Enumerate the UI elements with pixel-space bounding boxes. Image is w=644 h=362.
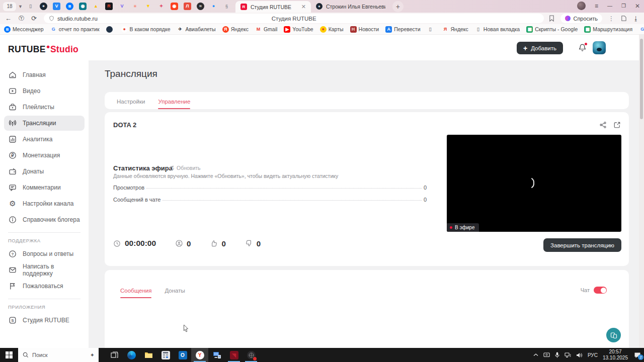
bookmark-item[interactable]: ▦ Скрипты - Google	[526, 26, 578, 33]
task-view-button[interactable]	[106, 348, 123, 362]
tab-manage[interactable]: Управление	[158, 99, 190, 109]
red-app-icon[interactable]: ◥	[225, 348, 243, 362]
file-explorer-icon[interactable]	[140, 348, 157, 362]
tab-close-icon[interactable]: ✕	[301, 4, 306, 10]
sidebar-item-video[interactable]: Видео	[4, 83, 85, 99]
chat-toggle[interactable]	[594, 287, 607, 294]
tab-background[interactable]: ● Строкин Илья Евгеньевич	[311, 1, 390, 12]
protect-icon[interactable]	[620, 15, 627, 22]
pinned-tab-icon[interactable]: ≈	[197, 3, 204, 10]
language-indicator[interactable]: РУС	[588, 352, 598, 358]
sidebar-item-studio-app[interactable]: S Студия RUTUBE	[4, 313, 85, 328]
bookmark-item[interactable]: ✈ Авиабилеты	[177, 26, 215, 33]
downloads-icon[interactable]: ⭳	[633, 15, 639, 22]
support-chat-fab[interactable]	[606, 328, 621, 342]
sidebar-item-streams[interactable]: Трансляции	[4, 116, 85, 131]
pinned-tab-icon[interactable]: R	[105, 3, 113, 10]
sidebar-item-faq[interactable]: ? Вопросы и ответы	[4, 246, 85, 261]
media-app-icon[interactable]	[243, 348, 260, 362]
pinned-tab-icon[interactable]: ≡	[131, 3, 139, 10]
new-tab-button[interactable]: +	[392, 1, 404, 12]
pinned-tab-icon[interactable]: §	[223, 3, 230, 10]
addressbar-menu-icon[interactable]: ⋮	[608, 15, 614, 22]
pinned-tab-icon[interactable]: V	[118, 3, 126, 10]
tab-settings[interactable]: Настройки	[117, 99, 145, 109]
scrollbar-thumb[interactable]	[640, 39, 643, 119]
sidebar-item-comments[interactable]: Комментарии	[4, 180, 85, 195]
sidebar-item-blogger-guide[interactable]: Справочник блогера	[4, 212, 85, 227]
pinned-tab-icon[interactable]: ◉	[171, 3, 178, 10]
ask-alice-button[interactable]: Спросить	[560, 14, 602, 23]
pinned-tab-icon[interactable]: ▼	[144, 3, 152, 10]
sidebar-item-analytics[interactable]: Аналитика	[4, 132, 85, 147]
bookmark-item[interactable]: G Картинки	[639, 26, 644, 33]
taskbar-clock[interactable]: 20:57 13.10.2025	[603, 349, 628, 361]
yandex-home-icon[interactable]: Ⓨ	[19, 15, 24, 22]
stream-player[interactable]: В эфире	[447, 135, 621, 232]
pinned-tab-icon[interactable]: ▯	[27, 3, 34, 10]
edge-app-icon[interactable]	[123, 348, 140, 362]
open-external-icon[interactable]	[613, 121, 621, 129]
window-restore-icon[interactable]: ❐	[621, 3, 626, 9]
bookmark-item[interactable]: ▯	[427, 26, 436, 33]
bookmark-item[interactable]: ▶ YouTube	[284, 26, 313, 33]
reload-icon[interactable]: ⟳	[31, 15, 37, 22]
window-close-icon[interactable]: ✕	[635, 3, 640, 10]
pinned-tab-icon[interactable]: ◉	[79, 3, 87, 10]
share-icon[interactable]	[599, 121, 607, 129]
bookmark-item[interactable]: в Мессенджер	[4, 26, 44, 33]
bookmark-item[interactable]: ▯ Новая вкладка	[475, 26, 520, 33]
browser-scrollbar[interactable]	[639, 35, 644, 348]
browser-menu-icon[interactable]: ≡	[595, 3, 598, 10]
chat-tab-donates[interactable]: Донаты	[165, 288, 185, 298]
outlook-app-icon[interactable]: O	[174, 348, 191, 362]
start-button[interactable]	[0, 348, 18, 362]
tray-network-icon[interactable]	[565, 352, 571, 358]
my-computer-icon[interactable]	[208, 348, 225, 362]
thumbs-up-icon[interactable]	[210, 239, 218, 247]
thumbs-down-icon[interactable]	[245, 239, 253, 247]
tray-expand-icon[interactable]	[533, 353, 538, 357]
tray-volume-icon[interactable]	[576, 352, 583, 358]
user-avatar[interactable]	[593, 41, 606, 54]
pinned-tab-icon[interactable]: в	[66, 3, 73, 10]
bookmark-item[interactable]: ▦ Маршрутизация	[584, 26, 632, 33]
tab-counter-chevron-icon[interactable]: ▼	[18, 4, 23, 9]
bookmark-flag-icon[interactable]	[549, 15, 554, 22]
bookmark-item[interactable]: Я Яндекс	[442, 26, 468, 33]
bookmark-item[interactable]: А Перевести	[385, 26, 420, 33]
bookmark-item[interactable]: Я Яндекс	[222, 26, 249, 33]
tab-counter[interactable]: 18	[3, 2, 16, 11]
refresh-button[interactable]: Обновить	[169, 165, 201, 171]
bookmark-item[interactable]: G отчет по практик	[50, 26, 100, 33]
bookmark-item[interactable]: M Gmail	[255, 26, 277, 33]
taskbar-search[interactable]: Поиск ✦	[18, 348, 99, 362]
pinned-tab-icon[interactable]: ●	[40, 3, 47, 10]
window-minimize-icon[interactable]: —	[607, 3, 612, 9]
sidebar-item-monetization[interactable]: ₽ Монетизация	[4, 148, 85, 163]
end-stream-button[interactable]: Завершить трансляцию	[543, 238, 621, 252]
back-icon[interactable]: ←	[5, 15, 12, 22]
sidebar-item-channel-settings[interactable]: ⚙ Настройки канала	[4, 196, 85, 211]
bookmark-item[interactable]: Н Новости	[350, 26, 379, 33]
sidebar-item-report[interactable]: Пожаловаться	[4, 279, 85, 294]
chat-tab-messages[interactable]: Сообщения	[120, 288, 151, 298]
url-field[interactable]: studio.rutube.ru Студия RUTUBE	[44, 14, 544, 23]
notifications-bell-icon[interactable]	[578, 43, 587, 52]
pinned-tab-icon[interactable]: Л	[184, 3, 191, 10]
tray-display-icon[interactable]	[543, 352, 550, 358]
bookmark-item[interactable]: ● Карты	[320, 26, 344, 33]
tab-active[interactable]: R Студия RUTUBE ✕	[235, 1, 311, 13]
pinned-tab-icon[interactable]: ▲	[92, 3, 100, 10]
pinned-tab-icon[interactable]: V	[53, 3, 60, 10]
browser-profile-avatar[interactable]	[577, 2, 586, 10]
calculator-app-icon[interactable]	[157, 348, 174, 362]
rutube-studio-logo[interactable]: RUTUBE●Studio	[8, 43, 78, 55]
sidebar-item-donates[interactable]: Донаты	[4, 164, 85, 179]
pinned-tab-icon[interactable]: ●	[210, 3, 217, 10]
action-center-icon[interactable]: 2	[634, 352, 641, 358]
sidebar-item-playlists[interactable]: Плейлисты	[4, 100, 85, 115]
pinned-tab-icon[interactable]: ✦	[157, 3, 165, 10]
yandex-browser-icon[interactable]: Y	[191, 348, 208, 362]
add-button[interactable]: + Добавить	[517, 42, 563, 54]
